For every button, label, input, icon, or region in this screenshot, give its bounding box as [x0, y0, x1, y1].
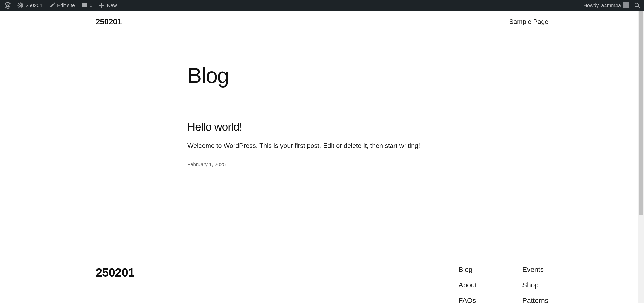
- footer-link-events[interactable]: Events: [522, 266, 548, 274]
- avatar: [623, 2, 629, 8]
- new-label: New: [107, 3, 117, 8]
- search-toggle[interactable]: [632, 0, 642, 11]
- primary-nav: Sample Page: [509, 18, 548, 26]
- footer-col-1: Blog About FAQs: [459, 266, 477, 303]
- edit-site-label: Edit site: [57, 3, 75, 8]
- comments-count: 0: [90, 3, 92, 8]
- vertical-scrollbar[interactable]: [638, 11, 644, 303]
- site-header: 250201 Sample Page: [0, 11, 644, 33]
- scrollbar-thumb[interactable]: [639, 11, 643, 215]
- page-heading: Blog: [187, 63, 457, 88]
- footer-link-blog[interactable]: Blog: [459, 266, 477, 274]
- post: Hello world! Welcome to WordPress. This …: [187, 121, 457, 167]
- footer-link-patterns[interactable]: Patterns: [522, 297, 548, 303]
- comments-menu[interactable]: 0: [78, 0, 95, 11]
- footer-site-title[interactable]: 250201: [96, 266, 134, 303]
- main-content: Blog Hello world! Welcome to WordPress. …: [187, 63, 457, 167]
- dashboard-icon: [17, 2, 24, 9]
- wordpress-icon: [5, 2, 11, 9]
- account-menu[interactable]: Howdy, a4mm4a: [580, 0, 632, 11]
- footer-link-shop[interactable]: Shop: [522, 281, 548, 289]
- nav-sample-page[interactable]: Sample Page: [509, 18, 548, 25]
- search-icon: [634, 2, 640, 9]
- wp-admin-bar: 250201 Edit site 0 New Howdy, a4mm4a: [0, 0, 644, 11]
- site-title-link[interactable]: 250201: [96, 17, 122, 26]
- post-date[interactable]: February 1, 2025: [187, 162, 457, 167]
- wp-logo-menu[interactable]: [2, 0, 14, 11]
- footer-col-2: Events Shop Patterns: [522, 266, 548, 303]
- comment-icon: [81, 2, 88, 9]
- page: 250201 Sample Page Blog Hello world! Wel…: [0, 11, 644, 303]
- howdy-text: Howdy, a4mm4a: [583, 3, 621, 8]
- new-content-menu[interactable]: New: [95, 0, 120, 11]
- dashboard-menu[interactable]: 250201: [14, 0, 46, 11]
- edit-icon: [49, 2, 55, 9]
- site-name-label: 250201: [26, 3, 43, 8]
- footer-link-about[interactable]: About: [459, 281, 477, 289]
- post-title[interactable]: Hello world!: [187, 121, 457, 133]
- svg-point-1: [20, 5, 21, 6]
- edit-site-menu[interactable]: Edit site: [46, 0, 78, 11]
- admin-bar-right: Howdy, a4mm4a: [580, 0, 642, 11]
- plus-icon: [98, 2, 105, 9]
- footer-nav: Blog About FAQs Events Shop Patterns: [459, 266, 548, 303]
- site-footer: 250201 Blog About FAQs Events Shop Patte…: [0, 167, 644, 303]
- admin-bar-left: 250201 Edit site 0 New: [2, 0, 120, 11]
- footer-link-faqs[interactable]: FAQs: [459, 297, 477, 303]
- post-excerpt: Welcome to WordPress. This is your first…: [187, 141, 457, 151]
